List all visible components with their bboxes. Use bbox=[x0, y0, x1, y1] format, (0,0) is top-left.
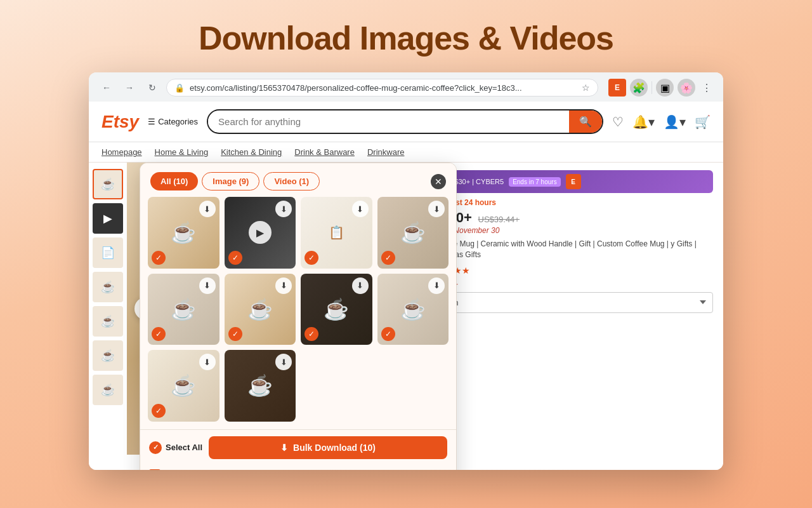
favorites-icon[interactable]: ♡ bbox=[612, 114, 624, 130]
image-item-6[interactable]: ☕ ⬇ ✓ bbox=[225, 274, 296, 345]
dark-mode-icon[interactable]: ▣ bbox=[656, 79, 674, 97]
cart-icon[interactable]: 🛒 bbox=[695, 114, 710, 130]
selected-badge-7: ✓ bbox=[304, 327, 318, 341]
image-item-1[interactable]: ☕ ⬇ ✓ bbox=[148, 197, 219, 269]
shield-icon: 🔒 bbox=[174, 83, 185, 93]
address-bar[interactable]: 🔒 etsy.com/ca/listing/1565370478/persona… bbox=[166, 79, 598, 97]
image-item-2[interactable]: ▶ ⬇ ✓ bbox=[225, 197, 296, 269]
download-btn-8[interactable]: ⬇ bbox=[428, 277, 445, 294]
browser-chrome: ← → ↻ 🔒 etsy.com/ca/listing/1565370478/p… bbox=[89, 72, 723, 102]
avatar-icon[interactable]: 🌸 bbox=[678, 79, 695, 97]
download-icon: ⬇ bbox=[280, 443, 288, 453]
image-item-7[interactable]: ☕ ⬇ ✓ bbox=[301, 274, 372, 345]
browser-window: ← → ↻ 🔒 etsy.com/ca/listing/1565370478/p… bbox=[89, 72, 723, 470]
download-btn-10[interactable]: ⬇ bbox=[275, 354, 292, 370]
account-icon[interactable]: 👤▾ bbox=[664, 114, 686, 130]
nav-drinkware[interactable]: Drinkware bbox=[367, 147, 405, 157]
etsy-nav: Homepage Home & Living Kitchen & Dining … bbox=[89, 142, 723, 163]
page-title: Download Images & Videos bbox=[199, 19, 613, 57]
promo-ends: Ends in 7 hours bbox=[509, 177, 561, 187]
etsy-main-content: ☕ ▶ 📄 ☕ ☕ ☕ ☕ ☕ ‹ bbox=[89, 163, 723, 455]
bookmark-icon: ☆ bbox=[582, 83, 590, 93]
url-text: etsy.com/ca/listing/1565370478/personali… bbox=[190, 83, 577, 93]
browser-top-bar: ← → ↻ 🔒 etsy.com/ca/listing/1565370478/p… bbox=[98, 79, 714, 97]
product-info: off US$30+ | CYBER5 Ends in 7 hours E n … bbox=[419, 163, 723, 455]
download-btn-4[interactable]: ⬇ bbox=[428, 201, 445, 217]
etsy-logo[interactable]: Etsy bbox=[102, 112, 139, 132]
back-button[interactable]: ← bbox=[98, 79, 115, 97]
browser-extensions: E 🧩 ▣ 🌸 ⋮ bbox=[608, 79, 714, 97]
thumbnail-3[interactable]: 📄 bbox=[93, 237, 123, 268]
nav-home-living[interactable]: Home & Living bbox=[155, 147, 209, 157]
sale-ends: e ends November 30 bbox=[429, 226, 713, 235]
image-item-4[interactable]: ☕ ⬇ ✓ bbox=[377, 197, 449, 269]
download-btn-7[interactable]: ⬇ bbox=[352, 277, 369, 294]
tab-video[interactable]: Video (1) bbox=[263, 172, 320, 190]
etsy-header: Etsy ☰ Categories 🔍 ♡ 🔔▾ 👤▾ 🛒 bbox=[89, 102, 723, 142]
thumbnail-4[interactable]: ☕ bbox=[93, 272, 123, 302]
download-btn-2[interactable]: ⬇ bbox=[275, 201, 292, 217]
more-options-icon[interactable]: ⋮ bbox=[699, 79, 714, 97]
download-btn-6[interactable]: ⬇ bbox=[275, 277, 292, 294]
tab-all[interactable]: All (10) bbox=[150, 172, 198, 190]
ext-footer-left: E Etsy Image Downloader v1.0.0 bbox=[149, 469, 261, 471]
image-item-8[interactable]: ☕ ⬇ ✓ bbox=[377, 274, 449, 345]
header-icons: ♡ 🔔▾ 👤▾ 🛒 bbox=[612, 114, 710, 130]
ext-footer-icon: E bbox=[149, 469, 160, 471]
categories-menu[interactable]: ☰ Categories bbox=[148, 117, 198, 126]
select-all-button[interactable]: ✓ Select All bbox=[149, 441, 202, 454]
download-btn-9[interactable]: ⬇ bbox=[199, 354, 216, 370]
thumbnail-1[interactable]: ☕ bbox=[93, 169, 123, 199]
nav-drink[interactable]: Drink & Barware bbox=[294, 147, 355, 157]
modal-tabs: All (10) Image (9) Video (1) bbox=[150, 172, 320, 190]
puzzle-extension-icon[interactable]: 🧩 bbox=[630, 79, 648, 97]
star-rating: ★★★★★ bbox=[429, 265, 713, 276]
selected-badge-3: ✓ bbox=[304, 251, 318, 265]
nav-homepage[interactable]: Homepage bbox=[102, 147, 142, 157]
selected-badge-5: ✓ bbox=[152, 327, 166, 341]
download-btn-5[interactable]: ⬇ bbox=[199, 277, 216, 294]
notifications-icon[interactable]: 🔔▾ bbox=[632, 114, 655, 130]
promo-ext-icon: E bbox=[566, 174, 581, 189]
nav-kitchen[interactable]: Kitchen & Dining bbox=[221, 147, 282, 157]
product-title: d Coffee Mug | Ceramic with Wood Handle … bbox=[429, 239, 713, 260]
download-btn-1[interactable]: ⬇ bbox=[199, 201, 216, 217]
menu-icon: ☰ bbox=[148, 117, 155, 126]
selected-badge-1: ✓ bbox=[152, 251, 166, 265]
separator bbox=[652, 81, 652, 94]
modal-footer: ✓ Select All ⬇ Bulk Download (10) bbox=[140, 429, 456, 465]
image-item-5[interactable]: ☕ ⬇ ✓ bbox=[148, 274, 219, 345]
search-button[interactable]: 🔍 bbox=[569, 110, 602, 133]
etsy-extension-icon[interactable]: E bbox=[608, 79, 626, 97]
search-input[interactable] bbox=[208, 111, 569, 132]
selected-badge-6: ✓ bbox=[228, 327, 242, 341]
tab-image[interactable]: Image (9) bbox=[202, 172, 259, 190]
thumbnail-7[interactable]: ☕ bbox=[93, 375, 123, 405]
selected-badge-9: ✓ bbox=[152, 404, 166, 418]
image-item-10[interactable]: ☕ ⬇ bbox=[225, 350, 296, 422]
image-grid: ☕ ⬇ ✓ ▶ ⬇ ✓ bbox=[140, 197, 456, 429]
product-thumbnails: ☕ ▶ 📄 ☕ ☕ ☕ ☕ bbox=[89, 163, 127, 455]
color-label: Color ★ bbox=[429, 281, 713, 290]
option-dropdown[interactable]: option bbox=[429, 292, 713, 313]
forward-button[interactable]: → bbox=[121, 79, 138, 97]
thumbnail-6[interactable]: ☕ bbox=[93, 340, 123, 371]
video-play-icon: ▶ bbox=[249, 221, 272, 244]
bulk-download-label: Bulk Download (10) bbox=[293, 443, 376, 453]
thumbnail-5[interactable]: ☕ bbox=[93, 306, 123, 337]
thumbnail-video[interactable]: ▶ bbox=[93, 203, 123, 234]
refresh-button[interactable]: ↻ bbox=[143, 79, 161, 97]
modal-header: All (10) Image (9) Video (1) ✕ bbox=[140, 163, 456, 197]
modal-close-button[interactable]: ✕ bbox=[431, 174, 446, 189]
image-item-9[interactable]: ☕ ⬇ ✓ bbox=[148, 350, 219, 422]
categories-label: Categories bbox=[158, 117, 198, 126]
bulk-download-button[interactable]: ⬇ Bulk Download (10) bbox=[209, 436, 447, 459]
download-btn-3[interactable]: ⬇ bbox=[352, 201, 369, 217]
selected-badge-2: ✓ bbox=[228, 251, 242, 265]
selected-badge-4: ✓ bbox=[381, 251, 395, 265]
image-item-3[interactable]: 📋 ⬇ ✓ bbox=[301, 197, 372, 269]
select-all-icon: ✓ bbox=[149, 441, 162, 454]
sold-text: n the last 24 hours bbox=[429, 198, 713, 207]
modal-ext-footer: E Etsy Image Downloader v1.0.0 Powered b… bbox=[140, 465, 456, 471]
promo-banner: off US$30+ | CYBER5 Ends in 7 hours E bbox=[429, 170, 713, 193]
